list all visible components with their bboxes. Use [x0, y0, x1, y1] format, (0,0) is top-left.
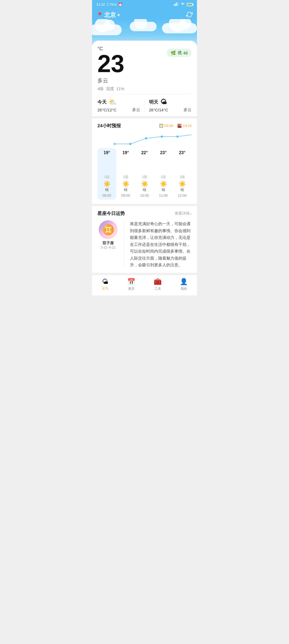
sunrise-item: 🌅 05:06	[159, 124, 173, 128]
battery-icon	[187, 3, 193, 6]
nav-tools[interactable]: 🧰 工具	[144, 278, 171, 291]
sunrise-sunset-info: 🌅 05:06 🌇 19:15	[159, 124, 192, 128]
tomorrow-weather-icon: 🌤	[160, 98, 167, 106]
tools-nav-icon: 🧰	[154, 278, 162, 285]
hourly-cond-icon-2: ☀️	[141, 181, 148, 187]
status-left: 11:32 2.7K/s ⏰	[96, 2, 122, 6]
hourly-temp-0: 19°	[104, 150, 110, 155]
svg-point-4	[114, 143, 116, 145]
nav-almanac[interactable]: 📅 黄历	[118, 278, 145, 291]
nav-weather[interactable]: 🌤 天气	[92, 278, 118, 291]
weather-description: 多云	[97, 77, 124, 84]
chevron-right-icon: ›	[190, 211, 192, 216]
svg-point-5	[129, 143, 131, 145]
tomorrow-label: 明天 🌤	[149, 98, 192, 106]
hourly-time-2: 10:00	[140, 193, 149, 197]
svg-rect-2	[176, 3, 177, 6]
wind-humidity-display: 4级 湿度 11%	[97, 86, 124, 91]
horoscope-detail-link[interactable]: 查看详情 ›	[175, 211, 192, 216]
hourly-scroll[interactable]: 19° 1级 ☀️ 晴 08:00 19° 1级 ☀️ 晴 09:00 22°	[97, 132, 192, 200]
profile-nav-label: 我的	[181, 286, 187, 291]
hourly-item-0: 19° 1级 ☀️ 晴 08:00	[97, 148, 116, 200]
hourly-item-2: 22° 1级 ☀️ 晴 10:00	[135, 148, 154, 200]
sunrise-icon: 🌅	[159, 124, 163, 128]
humidity-value: 11%	[116, 86, 124, 91]
hourly-cond-text-3: 晴	[162, 187, 165, 192]
status-right	[174, 2, 193, 7]
hourly-cond-icon-0: ☀️	[103, 181, 111, 187]
zodiac-icon: ♊ 双子座 5-21~6-21	[97, 220, 119, 249]
detail-label: 查看详情	[175, 211, 190, 216]
hourly-temp-4: 23°	[179, 150, 185, 155]
app-header: 📍 北京 +	[92, 9, 197, 19]
hourly-chart-container: 19° 1级 ☀️ 晴 08:00 19° 1级 ☀️ 晴 09:00 22°	[97, 132, 192, 200]
zodiac-image: ♊	[99, 220, 118, 239]
hourly-wind-3: 1级	[161, 175, 166, 179]
24h-forecast-section: 24小时预报 🌅 05:06 🌇 19:15	[92, 118, 197, 204]
today-text: 今天	[97, 99, 107, 105]
svg-point-8	[177, 136, 178, 137]
hourly-time-4: 12:00	[178, 193, 187, 197]
almanac-nav-icon: 📅	[127, 278, 135, 285]
horoscope-section: 星座今日运势 查看详情 › ♊ 双子座 5-21~6-21 将是充满好奇心的一天…	[92, 206, 197, 273]
hourly-temp-3: 23°	[160, 150, 167, 155]
hourly-cond-text-4: 晴	[181, 187, 184, 192]
tomorrow-condition: 多云	[184, 107, 192, 112]
divider	[124, 220, 125, 268]
hourly-wind-2: 1级	[142, 175, 147, 179]
refresh-button[interactable]	[186, 11, 193, 19]
cloud-2	[130, 22, 157, 31]
location-pin-icon: 📍	[96, 12, 103, 18]
alarm-icon: ⏰	[118, 2, 122, 6]
aqi-value: 42	[183, 51, 188, 55]
today-weather-icon: ⛅	[109, 98, 117, 106]
hourly-time-3: 11:00	[159, 193, 168, 197]
today-label: 今天 ⛅	[97, 98, 140, 106]
horoscope-title: 星座今日运势	[97, 210, 125, 217]
24h-title: 24小时预报	[97, 123, 121, 129]
status-network: 2.7K/s	[107, 2, 117, 6]
signal-icon	[174, 2, 179, 7]
tomorrow-temp: 26°C/14°C	[149, 108, 168, 112]
horoscope-description: 将是充满好奇心的一天，可能会遇到很多新鲜有趣的事情。你会感到能量充沛，让你充满动…	[130, 220, 192, 268]
aqi-label: 优	[178, 50, 182, 55]
hourly-cond-text-2: 晴	[143, 187, 146, 192]
horoscope-content: ♊ 双子座 5-21~6-21 将是充满好奇心的一天，可能会遇到很多新鲜有趣的事…	[97, 220, 192, 268]
weather-nav-label: 天气	[102, 286, 108, 291]
location-display[interactable]: 📍 北京 +	[96, 11, 120, 19]
bottom-navigation: 🌤 天气 📅 黄历 🧰 工具 👤 我的	[92, 275, 197, 295]
tomorrow-forecast: 明天 🌤 26°C/14°C 多云	[144, 98, 192, 112]
sunset-item: 🌇 19:15	[177, 124, 192, 128]
weather-card: °C 23 多云 4级 湿度 11% 🌿 优 42 今天 ⛅ 26°C/12°C…	[92, 41, 197, 116]
zodiac-date: 5-21~6-21	[97, 246, 119, 249]
hourly-items-container: 19° 1级 ☀️ 晴 08:00 19° 1级 ☀️ 晴 09:00 22°	[97, 148, 192, 200]
horoscope-header: 星座今日运势 查看详情 ›	[97, 210, 192, 217]
temp-line-chart	[97, 132, 192, 148]
sunrise-time: 05:06	[164, 124, 173, 128]
today-temp: 26°C/12°C	[97, 108, 117, 112]
wind-level: 4级	[97, 86, 104, 91]
wifi-icon	[180, 2, 185, 7]
hourly-cond-icon-3: ☀️	[160, 181, 167, 187]
hourly-cond-icon-1: ☀️	[122, 181, 129, 187]
cloud-3	[162, 23, 197, 33]
svg-rect-3	[178, 2, 178, 6]
hourly-item-4: 23° 1级 ☀️ 晴 12:00	[173, 148, 192, 200]
hourly-cond-text-1: 晴	[124, 187, 128, 192]
hourly-time-0: 08:00	[103, 193, 111, 197]
svg-point-6	[145, 137, 147, 139]
temperature-section: °C 23 多云 4级 湿度 11%	[97, 46, 124, 91]
add-city-button[interactable]: +	[117, 12, 120, 18]
city-name: 北京	[104, 11, 116, 19]
nav-profile[interactable]: 👤 我的	[171, 278, 197, 291]
hourly-wind-0: 1级	[104, 175, 110, 179]
hourly-temp-2: 22°	[141, 150, 148, 155]
tomorrow-text: 明天	[149, 99, 158, 105]
svg-point-7	[161, 136, 163, 137]
hourly-item-1: 19° 1级 ☀️ 晴 09:00	[116, 148, 135, 200]
temperature-display: 23	[97, 52, 124, 76]
zodiac-name: 双子座	[97, 241, 119, 246]
hourly-item-3: 23° 1级 ☀️ 晴 11:00	[154, 148, 173, 200]
zodiac-emoji: ♊	[102, 224, 114, 235]
status-time: 11:32	[96, 2, 105, 6]
